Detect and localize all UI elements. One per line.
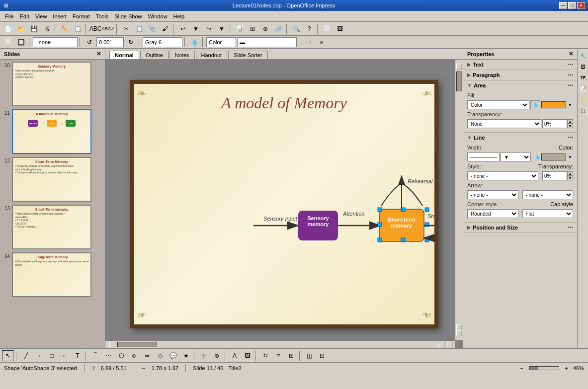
zoom-in-btn[interactable]: + [565,365,568,371]
spellcheck-btn[interactable]: ABC✓ [102,23,114,34]
crop-tool[interactable]: ⊟ [316,350,328,361]
line-color-dropdown-btn[interactable]: ▼ [567,153,573,161]
slides-close-icon[interactable]: ✕ [96,51,101,57]
slide-layout-icon[interactable]: ⬚ [578,105,588,115]
insert-btn[interactable]: ⊕ [259,23,271,34]
navigator-icon[interactable]: 🗺 [578,73,588,82]
menu-help[interactable]: Help [170,12,188,20]
cap-style-select[interactable]: Flat Round Square [522,209,574,218]
paste-btn[interactable]: 📎 [146,23,158,34]
section-text-header[interactable]: ▶ Text ⋯ [463,60,577,70]
corner-style-select[interactable]: Rounded Sharp Beveled [467,209,518,218]
arrange-tool[interactable]: ⊞ [285,350,297,361]
points-tool[interactable]: ⊹ [198,350,210,361]
more-btn[interactable]: » [316,37,328,48]
line-trans-down[interactable]: ▼ [567,176,573,180]
gluepoints-tool[interactable]: ⊕ [211,350,223,361]
align-tool[interactable]: ≡ [272,350,284,361]
menu-view[interactable]: View [32,12,50,20]
props-close-icon[interactable]: ✕ [569,51,573,57]
slide-thumb-10[interactable]: Sensory Memory • After sensory info arri… [12,62,91,106]
para-section-more[interactable]: ⋯ [567,72,573,78]
transparency-down[interactable]: ▼ [567,124,573,128]
slide-item-14[interactable]: 14 Long-Term Memory • Characteristics of… [2,252,103,297]
rot-right[interactable]: ↻ [125,37,137,48]
zoom-out-btn[interactable]: − [520,365,523,371]
slides-btn[interactable]: ⬜ [321,23,333,34]
undo-drop-btn[interactable]: ▼ [190,23,202,34]
line-width-preview[interactable] [467,153,500,161]
slide-thumb-13[interactable]: Short-Term memory • What controls short-… [12,205,91,249]
fill-type-select[interactable]: Color [467,100,529,109]
close-button[interactable]: ✕ [577,2,585,9]
fill-color-dropper[interactable]: 💧 [530,100,540,109]
slides-list[interactable]: 10 Sensory Memory • After sensory info a… [0,60,105,348]
menu-tools[interactable]: Tools [93,12,112,20]
save-btn[interactable]: 💾 [28,23,40,34]
fill-color-dropdown-btn[interactable]: ▼ [567,100,573,109]
line-width-select[interactable]: ▼ [501,153,531,161]
scrollbar-vertical[interactable] [455,60,463,340]
help-btn[interactable]: ? [303,23,315,34]
image-tool[interactable]: 🖼 [242,350,253,361]
line-color-dropper[interactable]: 💧 [535,155,540,159]
slide-item-11[interactable]: 11 A model of Memory Sensory → STM → LTM [2,109,103,154]
undo-btn[interactable]: ↩ [177,23,189,34]
section-line-header[interactable]: ▼ Line ⋯ [463,133,577,143]
pos-section-more[interactable]: ⋯ [567,224,573,231]
fill-color-swatch[interactable] [541,101,566,108]
slide-item-13[interactable]: 13 Short-Term memory • What controls sho… [2,205,103,249]
line-section-more[interactable]: ⋯ [567,134,573,141]
fontwork-tool[interactable]: A [229,350,241,361]
block-arrows-tool[interactable]: ⇒ [141,350,153,361]
angle-field[interactable]: 0.00" [96,37,124,47]
cut-btn[interactable]: ✂ [120,23,132,34]
tab-handout[interactable]: Handout [196,51,228,59]
curves-tool[interactable]: ⌒ [89,350,101,361]
tab-outline[interactable]: Outline [140,51,168,59]
gallery-icon[interactable]: 🖼 [578,62,588,72]
ellipse-tool[interactable]: ○ [59,350,71,361]
section-area-header[interactable]: ▼ Area ⋯ [463,80,577,90]
slide-item-12[interactable]: 12 Short-Term Memory • Temporary storage… [2,157,103,202]
tab-normal[interactable]: Normal [109,51,139,59]
section-paragraph-header[interactable]: ▶ Paragraph ⋯ [463,70,577,80]
fill-color-dropdown[interactable]: ▬ [237,37,297,47]
shadow-tool[interactable]: ◫ [303,350,315,361]
menu-slideshow[interactable]: Slide Show [111,12,145,20]
flowchart-tool[interactable]: ◇ [154,350,166,361]
arrow-end-select[interactable]: - none - [522,190,574,199]
zoom-slider[interactable] [529,366,559,370]
minimize-button[interactable]: — [559,2,567,9]
open-btn[interactable]: 📂 [15,23,27,34]
menu-file[interactable]: File [2,12,17,20]
new-btn[interactable]: 📄 [2,23,14,34]
callouts-tool[interactable]: 💬 [167,350,179,361]
basic-shapes-tool[interactable]: ⬡ [115,350,127,361]
tab-slide-sorter[interactable]: Slide Sorter [228,51,267,59]
menu-insert[interactable]: Insert [50,12,70,20]
line-transparency-value[interactable]: 0% [542,171,567,180]
maximize-button[interactable]: □ [568,2,576,9]
slide-thumb-12[interactable]: Short-Term Memory • Temporary storage fo… [12,157,91,202]
fmt-btn1[interactable]: ⬜ [2,37,14,48]
arrow-tool[interactable]: → [33,350,45,361]
text-section-more[interactable]: ⋯ [567,61,573,68]
shadow-btn[interactable]: ☐ [303,37,315,48]
slide-item-10[interactable]: 10 Sensory Memory • After sensory info a… [2,62,103,106]
tab-notes[interactable]: Notes [169,51,195,59]
line-color-swatch[interactable] [541,154,566,160]
menu-edit[interactable]: Edit [17,12,32,20]
fmt-btn2[interactable]: 🔲 [15,37,27,48]
text-tool[interactable]: T [72,350,84,361]
menu-format[interactable]: Format [70,12,93,20]
table-btn[interactable]: ⊞ [247,23,258,34]
print-btn[interactable]: 🖨 [41,23,53,34]
fill-style-dropdown[interactable]: Color [206,37,236,47]
select-tool[interactable]: ↖ [2,350,14,361]
stars-tool[interactable]: ★ [180,350,192,361]
chart-btn[interactable]: 📊 [234,23,246,34]
line-style-select[interactable]: - none - [467,171,538,180]
area-section-more[interactable]: ⋯ [567,82,573,89]
scrollbar-horizontal[interactable] [105,340,455,348]
